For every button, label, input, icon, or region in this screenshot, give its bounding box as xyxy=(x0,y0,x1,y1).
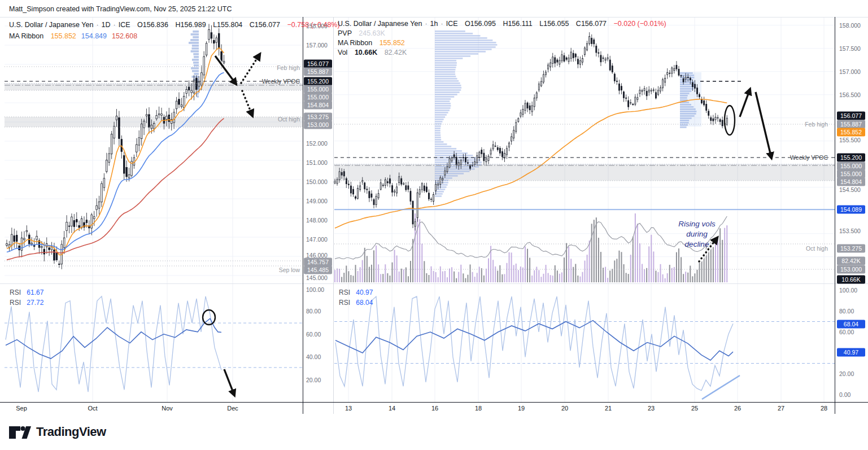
left-time-axis[interactable]: SepOctNovDec xyxy=(0,402,303,416)
interval[interactable]: 1h xyxy=(430,20,438,28)
time-label: 16 xyxy=(431,405,438,412)
axis-tick: 152.000 xyxy=(306,140,328,147)
exchange: ICE xyxy=(446,20,458,28)
axis-badge: 153.275 xyxy=(304,113,332,121)
axis-badge: 155.000 xyxy=(837,162,865,171)
left-rsi-legend-2[interactable]: RSI 27.72 xyxy=(10,299,43,307)
pvp-legend[interactable]: PVP 245.63K xyxy=(338,29,385,37)
rising-vols-note[interactable]: Rising vols during decline xyxy=(673,219,721,250)
right-time-axis[interactable]: 131416181920212325262728 xyxy=(333,402,835,416)
time-label: 27 xyxy=(778,405,784,412)
right-rsi-legend-1[interactable]: RSI 40.97 xyxy=(339,289,373,296)
axis-tick: 154.500 xyxy=(839,186,861,193)
axis-badge: 154.804 xyxy=(837,178,865,186)
left-rsi-legend-1[interactable]: RSI 61.67 xyxy=(10,289,43,296)
right-ma-ribbon-legend[interactable]: MA Ribbon 155.852 xyxy=(338,39,405,47)
axis-badge: 145.757 xyxy=(304,258,332,266)
axis-badge: 68.04 xyxy=(837,320,865,329)
axis-tick: 100.00 xyxy=(306,286,324,293)
axis-tick: 158.000 xyxy=(306,23,328,29)
vol-value: 10.66K xyxy=(355,49,377,56)
vol-ma-value: 82.42K xyxy=(385,49,407,56)
axis-badge: 40.97 xyxy=(837,348,865,357)
time-label: 13 xyxy=(345,405,352,412)
ohlc-open: O156.836 xyxy=(137,21,168,29)
axis-badge: 155.887 xyxy=(837,120,865,129)
rsi-label: RSI xyxy=(339,299,350,307)
time-label: Nov xyxy=(162,405,173,412)
right-rsi-legend-2[interactable]: RSI 68.04 xyxy=(339,299,373,307)
axis-badge: 154.089 xyxy=(837,206,865,214)
ma-value: 152.608 xyxy=(112,32,137,40)
axis-tick: 20.00 xyxy=(306,377,321,383)
axis-tick: 150.000 xyxy=(306,178,328,185)
axis-tick: 155.500 xyxy=(839,137,861,143)
axis-badge: 156.077 xyxy=(304,60,332,68)
exchange: ICE xyxy=(119,21,130,29)
time-label: 18 xyxy=(475,405,482,412)
rsi-label: RSI xyxy=(10,289,21,296)
interval[interactable]: 1D xyxy=(102,21,111,29)
top-divider xyxy=(0,17,868,18)
axis-badge: 155.000 xyxy=(304,85,332,94)
left-price-axis[interactable]: 158.000157.000156.077155.887155.200155.0… xyxy=(303,0,333,450)
axis-tick: 145.000 xyxy=(306,274,328,281)
right-symbol-legend[interactable]: U.S. Dollar / Japanese Yen1hICE O156.095… xyxy=(338,20,666,28)
pane-divider xyxy=(0,283,868,284)
chart-canvas[interactable]: Feb highWeekly VPOCOct highSep lowFeb hi… xyxy=(0,0,868,450)
tradingview-logo[interactable]: TradingView xyxy=(8,423,106,440)
axis-tick: 147.000 xyxy=(306,236,328,243)
time-label: 26 xyxy=(734,405,741,412)
ohlc-high: H156.111 xyxy=(503,20,532,28)
ohlc-high: H156.989 xyxy=(175,21,206,29)
svg-text:Oct high: Oct high xyxy=(278,116,300,123)
axis-tick: 100.00 xyxy=(839,287,857,294)
time-label: Sep xyxy=(16,405,27,412)
axis-tick: 0.00 xyxy=(839,391,850,398)
rsi-value: 27.72 xyxy=(27,299,43,307)
left-ma-ribbon-legend[interactable]: MA Ribbon 155.852154.849152.608 xyxy=(9,32,137,40)
ohlc-close: C156.077 xyxy=(576,20,607,28)
time-label: Oct xyxy=(88,405,97,412)
change-value: −0.020 (−0.01%) xyxy=(614,20,666,28)
ma-ribbon-values: 155.852 xyxy=(374,39,405,47)
volume-legend[interactable]: Vol 10.66K 82.42K xyxy=(338,49,407,56)
chart-pane-usdjpy-daily: Feb highWeekly VPOCOct highSep low xyxy=(5,17,303,402)
axis-badge: 155.000 xyxy=(304,93,332,102)
rsi-label: RSI xyxy=(10,299,21,307)
time-label: Dec xyxy=(227,405,238,412)
svg-text:Feb high: Feb high xyxy=(277,64,300,71)
axis-badge: 155.200 xyxy=(837,154,865,162)
axis-badge: 153.000 xyxy=(837,265,865,274)
panel-separator[interactable] xyxy=(333,17,334,414)
time-label: 28 xyxy=(821,405,827,412)
svg-text:Weekly VPOC: Weekly VPOC xyxy=(790,154,828,161)
axis-badge: 153.000 xyxy=(304,121,332,129)
rsi-value: 40.97 xyxy=(356,289,373,296)
rsi-label: RSI xyxy=(339,289,350,296)
axis-badge: 155.887 xyxy=(304,68,332,76)
pvp-label: PVP xyxy=(338,29,352,37)
axis-tick: 157.000 xyxy=(839,68,861,75)
time-label: 21 xyxy=(605,405,612,412)
axis-badge: 156.077 xyxy=(837,112,865,120)
note-line: during xyxy=(673,229,721,239)
ma-value: 154.849 xyxy=(81,32,107,40)
right-price-axis[interactable]: 158.000157.500157.000156.500156.077155.8… xyxy=(836,0,867,450)
axis-tick: 156.500 xyxy=(839,91,861,98)
tradingview-logo-icon xyxy=(8,423,32,440)
axis-tick: 80.00 xyxy=(839,308,854,314)
symbol-title: U.S. Dollar / Japanese Yen xyxy=(9,21,93,29)
axis-tick: 60.00 xyxy=(839,329,854,335)
axis-tick: 157.000 xyxy=(306,42,328,49)
axis-tick: 20.00 xyxy=(839,370,854,377)
ma-ribbon-values: 155.852154.849152.608 xyxy=(46,32,138,40)
chart-pane-usdjpy-hourly: Feb highWeekly VPOCOct high xyxy=(334,17,835,402)
ohlc-low: L156.055 xyxy=(539,20,569,28)
note-line: Rising vols xyxy=(673,219,721,229)
axis-tick: 40.00 xyxy=(306,353,321,360)
left-symbol-legend[interactable]: U.S. Dollar / Japanese Yen1DICE O156.836… xyxy=(9,21,340,29)
rsi-value: 61.67 xyxy=(27,289,43,296)
symbol-title: U.S. Dollar / Japanese Yen xyxy=(338,20,422,28)
ma-ribbon-label: MA Ribbon xyxy=(9,32,43,40)
